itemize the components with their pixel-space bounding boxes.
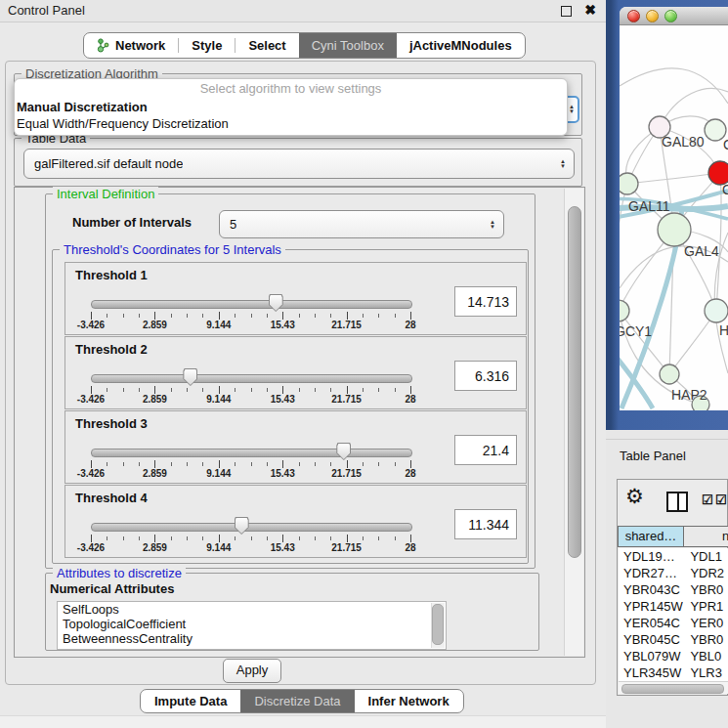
tab-impute-data[interactable]: Impute Data	[141, 690, 240, 712]
thresholds-group: Threshold's Coordinates for 5 Intervals …	[52, 249, 529, 564]
control-panel: Control Panel ✖ NetworkStyleSelectCyni T…	[0, 0, 606, 728]
attribute-items: SelfLoopsTopologicalCoefficientBetweenne…	[58, 602, 446, 646]
threshold-slider[interactable]: -3.4262.8599.14415.4321.71528	[91, 486, 410, 557]
cell-shared-name: YPR145W	[619, 598, 683, 615]
tab-infer-network[interactable]: Infer Network	[355, 690, 463, 712]
gear-icon[interactable]: ⚙	[625, 485, 644, 508]
slider-track[interactable]	[91, 523, 412, 532]
slider-tick-labels: -3.4262.8599.14415.4321.71528	[91, 394, 410, 406]
table-row[interactable]: YBL079WYBL0	[619, 648, 728, 664]
network-node[interactable]	[705, 299, 728, 322]
list-scrollbar-thumb[interactable]	[432, 604, 444, 645]
node-label: GAL4	[684, 243, 719, 259]
threshold-value-field[interactable]: 6.316	[454, 361, 517, 391]
num-intervals-combobox[interactable]: 5 ▲▼	[219, 210, 504, 238]
numerical-attributes-label: Numerical Attributes	[50, 581, 174, 596]
numerical-attributes-list[interactable]: SelfLoopsTopologicalCoefficientBetweenne…	[57, 601, 447, 650]
cell-shared-name: YBR045C	[619, 631, 683, 648]
slider-handle[interactable]	[235, 517, 249, 535]
network-node[interactable]	[660, 364, 679, 384]
interval-group-title: Interval Definition	[53, 187, 158, 201]
node-label: H	[719, 322, 728, 338]
slider-handle[interactable]	[183, 368, 197, 386]
cell-name: YDR2	[683, 565, 728, 581]
combo-arrows-icon: ▲▼	[560, 159, 566, 169]
tab-discretize-data[interactable]: Discretize Data	[240, 690, 354, 712]
table-rows: YDL19…YDL1YDR27…YDR2YBR043CYBR0YPR145WYP…	[619, 548, 728, 683]
network-node[interactable]	[658, 213, 691, 246]
float-window-icon[interactable]	[561, 6, 572, 17]
dropdown-option[interactable]: Manual Discretization	[15, 99, 567, 115]
dropdown-placeholder-option[interactable]: Select algorithm to view settings	[15, 79, 567, 99]
dropdown-option[interactable]: Equal Width/Frequency Discretization	[15, 115, 567, 132]
threshold-value-field[interactable]: 21.4	[454, 435, 517, 465]
tab-network[interactable]: Network	[84, 33, 178, 58]
table-row[interactable]: YBR045CYBR0	[619, 631, 728, 648]
table-row[interactable]: YDL19…YDL1	[619, 548, 728, 565]
column-header[interactable]: shared…	[618, 526, 684, 547]
table-row[interactable]: YBR043CYBR0	[619, 581, 728, 598]
table-data-group: Table Data galFiltered.sif default node …	[14, 138, 582, 187]
threshold-panel: Threshold 1-3.4262.8599.14415.4321.71528…	[64, 262, 527, 335]
threshold-slider[interactable]: -3.4262.8599.14415.4321.71528	[91, 263, 410, 334]
slider-handle[interactable]	[269, 294, 283, 312]
network-node[interactable]	[620, 300, 629, 321]
tab-label: Select	[248, 38, 285, 53]
threshold-slider[interactable]: -3.4262.8599.14415.4321.71528	[91, 411, 410, 483]
node-label: GA	[723, 137, 728, 152]
cell-shared-name: YBR043C	[619, 581, 683, 598]
attribute-item[interactable]: TopologicalCoefficient	[58, 617, 446, 631]
slider-track[interactable]	[91, 449, 412, 457]
tab-cyni-toolbox[interactable]: Cyni Toolbox	[299, 33, 397, 58]
tab-select[interactable]: Select	[236, 33, 298, 58]
table-row[interactable]: YDR27…YDR2	[619, 565, 728, 581]
threshold-value-field[interactable]: 11.344	[454, 509, 517, 539]
cell-name: YBL0	[683, 648, 728, 664]
table-panel-title: Table Panel	[620, 449, 686, 463]
network-node[interactable]	[620, 173, 638, 194]
threshold-panel: Threshold 4-3.4262.8599.14415.4321.71528…	[64, 485, 527, 558]
close-icon[interactable]: ✖	[584, 2, 596, 18]
threshold-value-field[interactable]: 14.713	[454, 286, 517, 317]
node-label: GAL80	[662, 134, 705, 150]
cell-name: YPR1	[683, 598, 728, 615]
horizontal-scrollbar[interactable]	[619, 681, 728, 694]
attributes-group: Attributes to discretize Numerical Attri…	[45, 573, 539, 651]
column-layout-icon[interactable]	[666, 492, 688, 512]
slider-tick-labels: -3.4262.8599.14415.4321.71528	[91, 320, 410, 331]
node-label: HAP2	[671, 387, 707, 403]
threshold-slider[interactable]: -3.4262.8599.14415.4321.71528	[91, 337, 410, 408]
slider-ticks	[91, 535, 410, 542]
apply-button[interactable]: Apply	[223, 659, 281, 683]
scrollpane-scrollbar-thumb[interactable]	[568, 206, 581, 558]
close-button[interactable]	[627, 10, 640, 22]
attribute-item[interactable]: SelfLoops	[58, 602, 446, 617]
checkbox-icon[interactable]: ☑	[702, 492, 713, 507]
scrollpane-scrollbar-track[interactable]	[564, 189, 583, 656]
threshold-panel: Threshold 3-3.4262.8599.14415.4321.71528…	[64, 410, 527, 484]
network-canvas[interactable]: GAL80GACGAL11GAL4GCY1HHAP2	[620, 25, 728, 410]
table-data-combobox[interactable]: galFiltered.sif default node ▲▼	[23, 149, 575, 179]
interval-definition-group: Interval Definition Number of Intervals …	[45, 193, 535, 569]
slider-track[interactable]	[91, 374, 412, 383]
tab-style[interactable]: Style	[179, 33, 235, 58]
table-row[interactable]: YLR345WYLR3	[619, 664, 728, 681]
cell-name: YDL1	[683, 548, 728, 565]
network-window-frame: GAL80GACGAL11GAL4GCY1HHAP2	[606, 0, 728, 430]
table-row[interactable]: YER054CYER0	[619, 615, 728, 631]
horizontal-scrollbar-thumb[interactable]	[621, 684, 724, 694]
cell-shared-name: YDL19…	[619, 548, 683, 565]
tab-jactivemnodules[interactable]: jActiveMNodules	[397, 33, 525, 58]
top-tab-bar: NetworkStyleSelectCyni ToolboxjActiveMNo…	[83, 32, 526, 59]
table-row[interactable]: YPR145WYPR1	[619, 598, 728, 615]
attribute-item[interactable]: BetweennessCentrality	[58, 631, 446, 646]
slider-handle[interactable]	[336, 443, 351, 460]
checkbox-icon[interactable]: ☑	[715, 492, 727, 507]
minimize-button[interactable]	[646, 10, 659, 22]
column-header[interactable]: n	[684, 526, 728, 547]
tab-label: Cyni Toolbox	[312, 38, 384, 53]
zoom-button[interactable]	[664, 10, 677, 22]
combo-arrows-icon: ▲▼	[569, 105, 575, 114]
slider-track[interactable]	[91, 300, 412, 309]
cyni-toolbox-panel: Discretization Algorithm ▲▼ Select algor…	[5, 61, 596, 685]
